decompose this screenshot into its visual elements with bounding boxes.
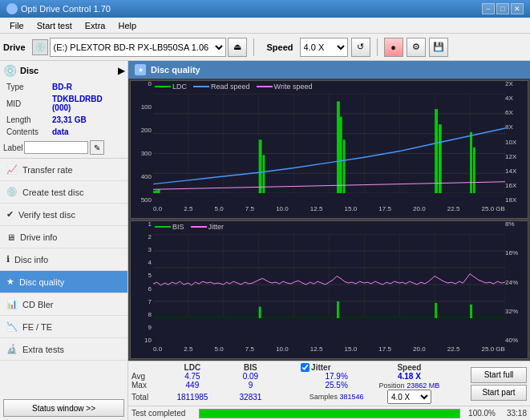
nav-disc-quality[interactable]: ★ Disc quality <box>0 271 127 293</box>
app-title: Opti Drive Control 1.70 <box>21 4 111 14</box>
svg-rect-19 <box>259 139 262 193</box>
compare-button[interactable]: ● <box>384 38 403 57</box>
chart2-y-axis-left: 10 9 8 7 6 5 4 3 2 1 <box>131 221 153 344</box>
write-speed-color <box>257 86 273 87</box>
stats-speed-select[interactable]: 4.0 X 1.0 X 2.0 X 6.0 X <box>387 390 431 404</box>
svg-rect-21 <box>337 102 340 194</box>
svg-rect-27 <box>473 147 475 193</box>
save-button[interactable]: 💾 <box>429 38 448 57</box>
chart-bis: BIS Jitter 10 9 8 7 6 5 4 <box>130 220 528 359</box>
type-value: BD-R <box>51 82 123 92</box>
extra-tests-icon: 🔬 <box>6 344 18 354</box>
jitter-checkbox-container: Jitter <box>301 363 372 372</box>
legend-jitter: Jitter <box>191 223 225 231</box>
fe-te-icon: 📉 <box>6 321 18 332</box>
nav-drive-info[interactable]: 🖥 Drive info <box>0 226 127 248</box>
nav-transfer-rate-label: Transfer rate <box>22 165 73 175</box>
chart1-y-axis-left: 500 400 300 200 100 0 <box>131 81 153 204</box>
col-speed: Speed <box>372 363 446 372</box>
disc-header-icon: 💿 <box>3 64 17 77</box>
start-part-button[interactable]: Start part <box>471 385 527 401</box>
drive-select[interactable]: (E:) PLEXTOR BD-R PX-LB950SA 1.06 <box>50 38 226 57</box>
drive-info-icon: 🖥 <box>6 232 15 242</box>
svg-rect-46 <box>337 301 339 318</box>
col-ldc: LDC <box>164 363 222 372</box>
svg-rect-24 <box>435 109 438 193</box>
menu-extra[interactable]: Extra <box>79 19 112 32</box>
transfer-rate-icon: 📈 <box>6 164 18 175</box>
cd-bler-icon: 📊 <box>6 299 18 309</box>
nav-disc-info-label: Disc info <box>14 255 48 265</box>
content-header: ★ Disc quality <box>128 61 530 79</box>
nav-fe-te[interactable]: 📉 FE / TE <box>0 316 127 338</box>
svg-rect-26 <box>470 132 472 193</box>
sidebar: 💿 Disc ▶ Type BD-R MID TDKBLDRBD (000) L… <box>0 61 128 420</box>
svg-rect-18 <box>158 189 160 193</box>
nav-verify-test-disc-label: Verify test disc <box>18 210 75 220</box>
refresh-button[interactable]: ↺ <box>351 38 370 57</box>
stats-table: LDC BIS Jitter Speed <box>131 363 467 404</box>
nav-verify-test-disc[interactable]: ✔ Verify test disc <box>0 204 127 226</box>
nav-transfer-rate[interactable]: 📈 Transfer rate <box>0 159 127 181</box>
menu-help[interactable]: Help <box>111 19 143 32</box>
chart1-x-axis: 0.0 2.5 5.0 7.5 10.0 12.5 15.0 17.5 20.0… <box>153 204 505 218</box>
length-value: 23,31 GB <box>51 115 123 125</box>
contents-label: Contents <box>5 127 49 137</box>
nav-create-test-disc-label: Create test disc <box>22 188 83 197</box>
svg-rect-48 <box>470 305 472 318</box>
disc-info-table: Type BD-R MID TDKBLDRBD (000) Length 23,… <box>3 80 124 139</box>
chart1-svg <box>153 94 505 193</box>
menu-file[interactable]: File <box>3 19 30 32</box>
disc-info-icon: ℹ <box>6 254 10 265</box>
nav-disc-quality-label: Disc quality <box>19 277 64 287</box>
chart-ldc: LDC Read speed Write speed 500 400 <box>130 80 528 219</box>
nav-drive-info-label: Drive info <box>20 232 57 242</box>
nav-extra-tests[interactable]: 🔬 Extra tests <box>0 338 127 361</box>
max-jitter: 25.5% <box>301 381 372 390</box>
legend-read-speed: Read speed <box>193 83 250 91</box>
title-bar-title: Opti Drive Control 1.70 <box>6 3 111 14</box>
disc-label-row: Label ✎ <box>3 140 124 155</box>
menu-start-test[interactable]: Start test <box>30 19 79 32</box>
toolbar: Drive 💿 (E:) PLEXTOR BD-R PX-LB950SA 1.0… <box>0 34 530 61</box>
svg-rect-47 <box>435 303 437 318</box>
drive-label: Drive <box>3 42 26 52</box>
stats-row-max: Max 449 9 25.5% Position 23862 MB <box>131 381 467 390</box>
eject-button[interactable]: ⏏ <box>228 38 247 57</box>
disc-expand-icon[interactable]: ▶ <box>118 66 124 76</box>
chart2-legend: BIS Jitter <box>155 223 224 231</box>
nav-disc-info[interactable]: ℹ Disc info <box>0 248 127 271</box>
chart1-legend: LDC Read speed Write speed <box>155 83 312 91</box>
close-button[interactable]: ✕ <box>511 3 524 14</box>
label-input[interactable] <box>24 141 88 154</box>
max-label: Max <box>131 381 164 390</box>
settings-button[interactable]: ⚙ <box>407 38 426 57</box>
stats-row-avg: Avg 4.75 0.09 17.9% 4.18 X <box>131 372 467 381</box>
start-full-button[interactable]: Start full <box>471 367 527 383</box>
length-label: Length <box>5 115 49 125</box>
svg-rect-20 <box>262 155 265 193</box>
label-label: Label <box>3 143 22 152</box>
svg-rect-45 <box>259 307 261 318</box>
disc-panel: 💿 Disc ▶ Type BD-R MID TDKBLDRBD (000) L… <box>0 61 127 159</box>
minimize-button[interactable]: − <box>482 3 495 14</box>
max-bis: 9 <box>221 381 280 390</box>
position-label: Position 23862 MB <box>372 381 446 390</box>
jitter-checkbox[interactable] <box>301 363 310 372</box>
elapsed-time: 33:18 <box>499 409 527 418</box>
ldc-color <box>155 86 171 87</box>
svg-rect-22 <box>340 117 342 193</box>
read-speed-color <box>193 86 209 87</box>
nav-create-test-disc[interactable]: 💿 Create test disc <box>0 181 127 204</box>
speed-select[interactable]: 4.0 X 1.0 X 2.0 X 6.0 X 8.0 X <box>300 38 348 57</box>
chart1-y-axis-right: 18X 16X 14X 12X 10X 8X 6X 4X 2X <box>504 81 526 204</box>
nav-cd-bler[interactable]: 📊 CD Bler <box>0 293 127 316</box>
disc-header-title: Disc <box>20 66 38 75</box>
chart2-y-axis-right: 40% 32% 24% 16% 8% <box>504 221 526 344</box>
maximize-button[interactable]: □ <box>496 3 509 14</box>
jitter-color <box>191 226 207 228</box>
title-bar: Opti Drive Control 1.70 − □ ✕ <box>0 0 530 18</box>
label-edit-button[interactable]: ✎ <box>90 140 104 155</box>
main-layout: 💿 Disc ▶ Type BD-R MID TDKBLDRBD (000) L… <box>0 61 530 420</box>
status-window-button[interactable]: Status window >> <box>3 399 124 417</box>
